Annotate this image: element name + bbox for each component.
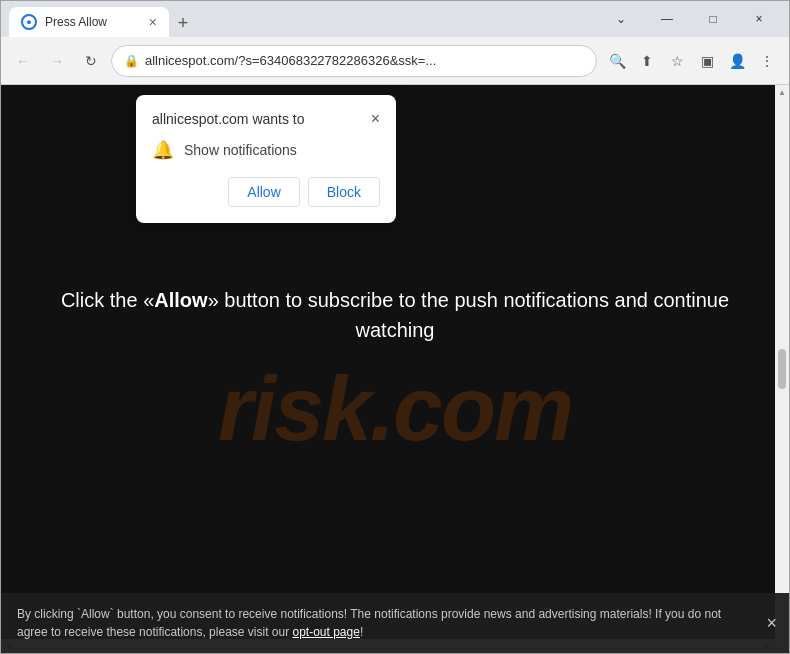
more-icon-button[interactable]: ⋮ (753, 47, 781, 75)
block-button[interactable]: Block (308, 177, 380, 207)
popup-notification-row: 🔔 Show notifications (152, 139, 380, 161)
bottom-bar-text-before: By clicking `Allow` button, you consent … (17, 607, 721, 639)
share-icon-button[interactable]: ⬆ (633, 47, 661, 75)
notification-popup: allnicespot.com wants to × 🔔 Show notifi… (136, 95, 396, 223)
bell-icon: 🔔 (152, 139, 174, 161)
opt-out-link[interactable]: opt-out page (292, 625, 359, 639)
maximize-button[interactable]: □ (691, 3, 735, 35)
bottom-bar-close-button[interactable]: × (766, 610, 777, 637)
scroll-up-arrow[interactable]: ▲ (775, 85, 789, 100)
popup-buttons: Allow Block (152, 177, 380, 207)
popup-header: allnicespot.com wants to × (152, 111, 380, 127)
bottom-notice-bar: By clicking `Allow` button, you consent … (1, 593, 789, 653)
tab-close-button[interactable]: × (149, 15, 157, 29)
toolbar-icons: 🔍 ⬆ ☆ ▣ 👤 ⋮ (603, 47, 781, 75)
bottom-bar-text-after: ! (360, 625, 363, 639)
scrollbar-thumb[interactable] (778, 349, 786, 389)
back-button[interactable]: ← (9, 47, 37, 75)
close-button[interactable]: × (737, 3, 781, 35)
popup-close-button[interactable]: × (371, 111, 380, 127)
new-tab-button[interactable]: + (169, 9, 197, 37)
popup-notification-label: Show notifications (184, 142, 297, 158)
scrollbar-vertical[interactable]: ▲ ▼ (775, 85, 789, 653)
active-tab[interactable]: ● Press Allow × (9, 7, 169, 37)
bookmark-icon-button[interactable]: ☆ (663, 47, 691, 75)
title-bar: ● Press Allow × + ⌄ — □ × (1, 1, 789, 37)
forward-button[interactable]: → (43, 47, 71, 75)
page-content: risk.com allnicespot.com wants to × 🔔 Sh… (1, 85, 789, 653)
page-main-text: Click the «Allow» button to subscribe to… (31, 285, 759, 345)
watermark-text: risk.com (218, 358, 572, 461)
allow-button[interactable]: Allow (228, 177, 299, 207)
window-controls: ⌄ — □ × (599, 3, 781, 35)
page-text-line2: watching (356, 319, 435, 341)
page-text-area: Click the «Allow» button to subscribe to… (1, 285, 789, 345)
chevron-down-button[interactable]: ⌄ (599, 3, 643, 35)
browser-window: ● Press Allow × + ⌄ — □ × ← → ↻ 🔒 allnic… (0, 0, 790, 654)
sidebar-icon-button[interactable]: ▣ (693, 47, 721, 75)
search-icon-button[interactable]: 🔍 (603, 47, 631, 75)
address-bar: ← → ↻ 🔒 allnicespot.com/?s=6340683227822… (1, 37, 789, 85)
allow-emphasis: Allow (154, 289, 207, 311)
lock-icon: 🔒 (124, 54, 139, 68)
tab-title: Press Allow (45, 15, 141, 29)
page-text-line1: Click the «Allow» button to subscribe to… (61, 289, 729, 311)
refresh-button[interactable]: ↻ (77, 47, 105, 75)
tab-area: ● Press Allow × + (9, 1, 595, 37)
tab-favicon: ● (21, 14, 37, 30)
url-text: allnicespot.com/?s=634068322782286326&ss… (145, 53, 584, 68)
popup-title: allnicespot.com wants to (152, 111, 305, 127)
profile-icon-button[interactable]: 👤 (723, 47, 751, 75)
url-bar[interactable]: 🔒 allnicespot.com/?s=634068322782286326&… (111, 45, 597, 77)
minimize-button[interactable]: — (645, 3, 689, 35)
